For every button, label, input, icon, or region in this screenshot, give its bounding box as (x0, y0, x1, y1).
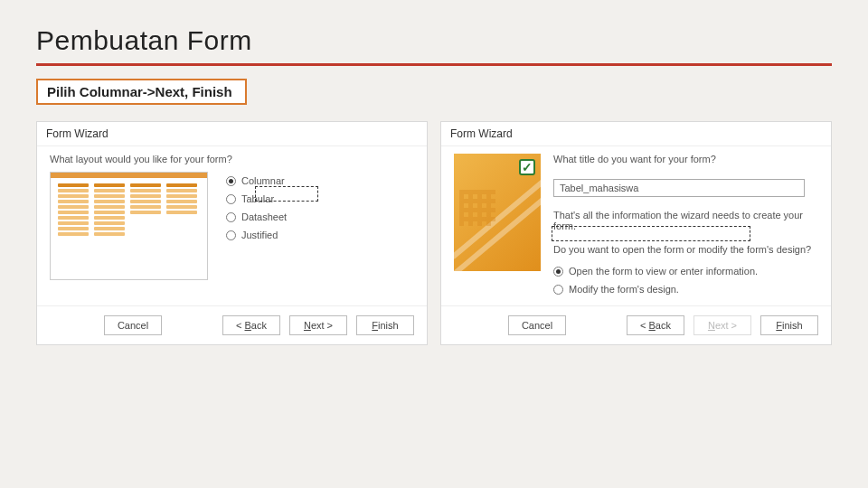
radio-icon (226, 194, 236, 204)
button-row: Cancel < Back Next > Finish (441, 305, 831, 344)
finish-banner: ✓ (454, 154, 541, 271)
instruction-callout: Pilih Columnar->Next, Finish (36, 79, 247, 105)
dialog-title: Form Wizard (37, 122, 427, 146)
layout-prompt: What layout would you like for your form… (50, 154, 414, 164)
option-modify-design[interactable]: Modify the form's design. (553, 284, 818, 295)
option-justified[interactable]: Justified (226, 230, 287, 240)
info-text-1: That's all the information the wizard ne… (553, 210, 818, 231)
title-underline (36, 63, 832, 66)
wizard-row: Form Wizard What layout would you like f… (36, 121, 832, 345)
dialog-title: Form Wizard (441, 122, 831, 146)
cancel-button[interactable]: Cancel (508, 315, 566, 335)
option-datasheet[interactable]: Datasheet (226, 211, 287, 222)
option-label: Open the form to view or enter informati… (569, 266, 758, 277)
next-button: Next > (693, 315, 751, 335)
finish-button[interactable]: Finish (760, 315, 818, 335)
page-title: Pembuatan Form (36, 25, 832, 61)
button-row: Cancel < Back Next > Finish (37, 305, 427, 344)
option-columnar[interactable]: Columnar (226, 175, 287, 186)
form-wizard-finish-dialog: Form Wizard ✓ What title do you want for… (440, 121, 832, 345)
layout-preview (50, 172, 208, 280)
radio-icon (553, 285, 563, 295)
radio-icon (226, 176, 236, 186)
form-title-input[interactable] (553, 179, 805, 197)
back-button[interactable]: < Back (627, 315, 684, 335)
form-wizard-layout-dialog: Form Wizard What layout would you like f… (36, 121, 428, 345)
cancel-button[interactable]: Cancel (104, 315, 162, 335)
option-tabular[interactable]: Tabular (226, 193, 287, 204)
slide: Pembuatan Form Pilih Columnar->Next, Fin… (0, 0, 868, 488)
info-text-2: Do you want to open the form or modify t… (553, 244, 818, 255)
back-button[interactable]: < Back (222, 315, 280, 335)
finish-button[interactable]: Finish (356, 315, 414, 335)
option-label: Justified (241, 230, 278, 240)
radio-icon (226, 212, 236, 222)
radio-icon (226, 230, 236, 240)
option-label: Tabular (241, 193, 274, 204)
next-button[interactable]: Next > (289, 315, 347, 335)
option-label: Modify the form's design. (569, 284, 679, 295)
title-prompt: What title do you want for your form? (553, 154, 818, 164)
radio-icon (553, 267, 563, 277)
option-label: Datasheet (241, 211, 287, 222)
option-open-form[interactable]: Open the form to view or enter informati… (553, 266, 818, 277)
check-icon: ✓ (519, 159, 535, 175)
layout-options: Columnar Tabular Datasheet Justifie (226, 172, 287, 295)
option-label: Columnar (241, 175, 285, 186)
